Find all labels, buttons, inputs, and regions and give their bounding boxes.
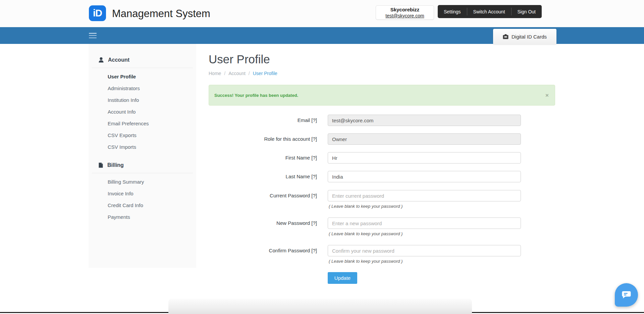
breadcrumb-separator: /: [224, 71, 225, 76]
digital-id-cards-button[interactable]: Digital ID Cards: [493, 29, 556, 45]
last-name-label: Last Name [?]: [209, 171, 317, 182]
update-button[interactable]: Update: [328, 272, 357, 284]
confirm-password-row: Confirm Password [?] ( Leave blank to ke…: [209, 245, 555, 256]
header-menu: Settings Switch Account Sign Out: [438, 5, 542, 18]
sidebar-item-email-preferences[interactable]: Email Preferences: [89, 118, 196, 129]
sidebar: Account User Profile Administrators Inst…: [89, 44, 196, 268]
sidebar-item-administrators[interactable]: Administrators: [89, 82, 196, 94]
new-password-helper-text: ( Leave blank to keep your password ): [329, 231, 402, 236]
last-name-input[interactable]: [328, 171, 521, 182]
hamburger-bar: [89, 38, 97, 39]
id-card-icon: [503, 34, 508, 39]
sidebar-item-institution-info[interactable]: Institution Info: [89, 94, 196, 106]
app-window: iD Management System Skycorebizz test@sk…: [0, 0, 644, 314]
sidebar-item-account-info[interactable]: Account Info: [89, 106, 196, 118]
sidebar-item-csv-exports[interactable]: CSV Exports: [89, 129, 196, 141]
hamburger-menu-icon[interactable]: [89, 33, 97, 38]
page-title: User Profile: [209, 44, 555, 66]
alert-message: Success! Your profile has been updated.: [214, 93, 298, 98]
breadcrumb-current-page: User Profile: [253, 71, 277, 76]
new-password-input[interactable]: [328, 217, 521, 229]
sidebar-item-credit-card-info[interactable]: Credit Card Info: [89, 199, 196, 211]
digital-id-cards-label: Digital ID Cards: [512, 34, 547, 40]
email-label: Email [?]: [209, 115, 317, 126]
chat-launcher-button[interactable]: [615, 283, 638, 307]
hamburger-bar: [89, 35, 97, 36]
confirm-password-input[interactable]: [328, 245, 521, 256]
sidebar-section-title-billing: Billing: [107, 162, 124, 168]
sidebar-item-billing-summary[interactable]: Billing Summary: [89, 176, 196, 188]
main-content: User Profile Home / Account / User Profi…: [209, 44, 555, 299]
account-info-box[interactable]: Skycorebizz test@skycore.com: [376, 5, 434, 20]
app-logo[interactable]: iD: [89, 5, 106, 21]
first-name-row: First Name [?]: [209, 152, 555, 164]
sidebar-section-title-account: Account: [108, 57, 129, 63]
breadcrumb-home[interactable]: Home: [209, 71, 221, 76]
first-name-label: First Name [?]: [209, 152, 317, 164]
app-title: Management System: [112, 0, 210, 27]
top-header: iD Management System Skycorebizz test@sk…: [0, 0, 644, 27]
sidebar-section-billing: Billing: [89, 162, 196, 169]
role-input: [328, 133, 521, 145]
sidebar-item-invoice-info[interactable]: Invoice Info: [89, 188, 196, 199]
success-alert: Success! Your profile has been updated. …: [209, 85, 555, 106]
current-password-helper-text: ( Leave blank to keep your password ): [329, 204, 402, 209]
email-input: [328, 115, 521, 126]
email-row: Email [?]: [209, 115, 555, 126]
first-name-input[interactable]: [328, 152, 521, 164]
sidebar-item-user-profile[interactable]: User Profile: [89, 71, 196, 82]
file-icon: [99, 163, 103, 168]
sidebar-item-csv-imports[interactable]: CSV Imports: [89, 141, 196, 153]
sign-out-button[interactable]: Sign Out: [512, 5, 542, 18]
sidebar-item-payments[interactable]: Payments: [89, 211, 196, 223]
switch-account-button[interactable]: Switch Account: [467, 5, 511, 18]
current-password-row: Current Password [?] ( Leave blank to ke…: [209, 190, 555, 201]
sidebar-section-account: Account: [89, 57, 196, 63]
confirm-password-helper-text: ( Leave blank to keep your password ): [329, 259, 402, 264]
breadcrumb-account[interactable]: Account: [228, 71, 246, 76]
logo-id-glyph: iD: [93, 8, 102, 19]
background-window: [168, 299, 472, 314]
account-name: Skycorebizz: [390, 6, 420, 13]
new-password-row: New Password [?] ( Leave blank to keep y…: [209, 217, 555, 229]
sidebar-divider: [92, 68, 193, 68]
last-name-row: Last Name [?]: [209, 171, 555, 182]
new-password-label: New Password [?]: [209, 217, 317, 229]
user-icon: [99, 57, 104, 63]
sidebar-divider: [92, 173, 193, 173]
chat-bubble-icon: [622, 291, 631, 299]
role-row: Role for this account [?]: [209, 133, 555, 145]
current-password-input[interactable]: [328, 190, 521, 201]
role-label: Role for this account [?]: [209, 133, 317, 145]
alert-close-icon[interactable]: ×: [545, 92, 549, 98]
breadcrumb-separator: /: [249, 71, 250, 76]
settings-button[interactable]: Settings: [438, 5, 467, 18]
hamburger-bar: [89, 33, 97, 34]
confirm-password-label: Confirm Password [?]: [209, 245, 317, 256]
current-password-label: Current Password [?]: [209, 190, 317, 201]
breadcrumb: Home / Account / User Profile: [209, 71, 555, 76]
account-email-link[interactable]: test@skycore.com: [385, 13, 424, 19]
